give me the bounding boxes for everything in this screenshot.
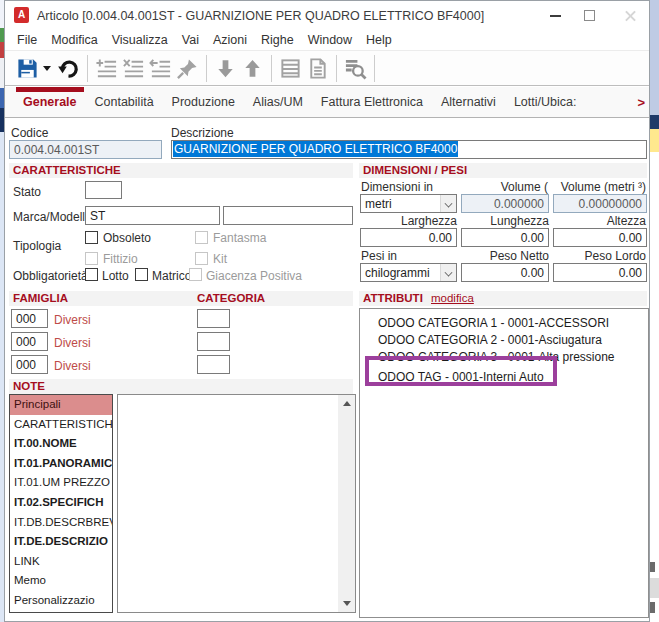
- tab-fattura-elettronica[interactable]: Fattura Elettronica: [312, 87, 432, 117]
- marca-modello-label: Marca/Modello: [13, 210, 92, 224]
- tab-generale[interactable]: Generale: [14, 87, 86, 117]
- descrizione-field[interactable]: GUARNIZIONE PER QUADRO ELETTRICO BF4000: [171, 140, 647, 159]
- note-item-it00nome[interactable]: IT.00.NOME: [10, 434, 112, 454]
- dimensioni-in-value: metri: [361, 197, 440, 211]
- famiglia-desc-1: Diversi: [54, 313, 91, 327]
- attributo-item-2[interactable]: ODOO CATEGORIA 2 - 0001-Asciugatura: [360, 332, 648, 349]
- tab-alternativi-label: Alternativi: [441, 95, 496, 109]
- altezza-label: Altezza: [552, 214, 646, 228]
- pesi-in-label: Pesi in: [361, 249, 397, 263]
- tab-generale-label: Generale: [23, 95, 77, 109]
- note-item-caratteristiche[interactable]: CARATTERISTICHE: [10, 415, 112, 435]
- attributi-list[interactable]: ODOO CATEGORIA 1 - 0001-ACCESSORI ODOO C…: [359, 308, 649, 618]
- famiglia-code-field-3[interactable]: [11, 355, 48, 374]
- menu-bar: File Modifica Visualizza Vai Azioni Righ…: [5, 30, 649, 50]
- menu-modifica[interactable]: Modifica: [51, 33, 98, 47]
- pin-icon: [176, 57, 199, 80]
- scroll-down-button[interactable]: [338, 595, 355, 612]
- tab-contabilita-label: Contabilità: [95, 95, 154, 109]
- title-bar[interactable]: A Articolo [0.004.04.001ST - GUARNIZIONE…: [5, 1, 649, 30]
- altezza-field[interactable]: [553, 228, 647, 247]
- tab-contabilita[interactable]: Contabilità: [86, 87, 163, 117]
- tab-lotti-ubicazioni[interactable]: Lotti/Ubica:: [505, 87, 586, 117]
- menu-help[interactable]: Help: [366, 33, 392, 47]
- kit-checkbox: [195, 252, 208, 265]
- note-item-principali[interactable]: Principali: [10, 395, 112, 415]
- dimensioni-in-label: Dimensioni in: [361, 180, 433, 194]
- list-icon: [279, 57, 302, 80]
- dimensioni-in-select[interactable]: metri: [360, 194, 457, 213]
- categoria-field-1[interactable]: [197, 309, 230, 328]
- tab-produzione-label: Produzione: [172, 95, 235, 109]
- move-down-icon: [214, 57, 237, 80]
- note-item-itdedescrizio[interactable]: IT.DE.DESCRIZIO: [10, 532, 112, 552]
- lotto-checkbox[interactable]: [85, 268, 98, 281]
- note-item-personalizzazio[interactable]: Personalizzazio: [10, 591, 112, 611]
- menu-vai[interactable]: Vai: [182, 33, 199, 47]
- save-dropdown-caret: [43, 66, 51, 71]
- attributi-header: ATTRIBUTI: [363, 292, 423, 304]
- peso-netto-field[interactable]: [461, 263, 549, 282]
- stato-field[interactable]: [85, 181, 122, 199]
- save-dropdown-button[interactable]: [41, 54, 55, 82]
- document-button: [304, 54, 331, 82]
- list-button: [277, 54, 304, 82]
- scroll-up-button[interactable]: [338, 395, 355, 412]
- famiglia-desc-2: Diversi: [54, 336, 91, 350]
- note-list[interactable]: Principali CARATTERISTICHE IT.00.NOME IT…: [9, 394, 113, 613]
- note-item-memo[interactable]: Memo: [10, 571, 112, 591]
- note-item-it01panoramic[interactable]: IT.01.PANORAMIC: [10, 454, 112, 474]
- modifica-link[interactable]: modifica: [431, 292, 474, 304]
- tab-alias-um[interactable]: Alias/UM: [244, 87, 312, 117]
- menu-window[interactable]: Window: [308, 33, 352, 47]
- search-list-icon: [344, 57, 367, 80]
- famiglia-code-field-2[interactable]: [11, 332, 48, 351]
- modello-field[interactable]: [223, 206, 353, 225]
- add-row-button: [93, 54, 120, 82]
- peso-lordo-label: Peso Lordo: [552, 249, 646, 263]
- menu-righe[interactable]: Righe: [261, 33, 294, 47]
- app-icon: A: [14, 7, 29, 23]
- peso-lordo-field[interactable]: [553, 263, 647, 282]
- codice-label: Codice: [11, 126, 48, 140]
- famiglia-code-field-1[interactable]: [11, 309, 48, 328]
- marca-field[interactable]: [85, 206, 220, 225]
- attributo-item-1[interactable]: ODOO CATEGORIA 1 - 0001-ACCESSORI: [360, 315, 648, 332]
- larghezza-label: Larghezza: [360, 214, 457, 228]
- menu-file[interactable]: File: [17, 33, 37, 47]
- articolo-window: A Articolo [0.004.04.001ST - GUARNIZIONE…: [4, 0, 650, 622]
- lunghezza-field[interactable]: [461, 228, 549, 247]
- matricola-checkbox[interactable]: [135, 268, 148, 281]
- categoria-field-3[interactable]: [197, 355, 230, 374]
- note-item-it01umprezzo[interactable]: IT.01.UM PREZZO: [10, 473, 112, 493]
- insert-row-button: [147, 54, 174, 82]
- note-scrollbar[interactable]: [338, 395, 355, 612]
- note-item-link[interactable]: LINK: [10, 552, 112, 572]
- obbligatorieta-label: Obbligatorietà: [13, 269, 88, 283]
- close-button[interactable]: [615, 1, 645, 30]
- toolbar-separator: [206, 55, 207, 82]
- note-textarea[interactable]: [117, 394, 356, 613]
- undo-button[interactable]: [55, 54, 82, 82]
- minimize-button[interactable]: [541, 1, 571, 30]
- maximize-button[interactable]: [575, 1, 605, 30]
- pesi-in-select[interactable]: chilogrammi: [360, 263, 457, 282]
- menu-azioni[interactable]: Azioni: [213, 33, 247, 47]
- tab-produzione[interactable]: Produzione: [163, 87, 244, 117]
- obsoleto-checkbox[interactable]: [85, 231, 98, 244]
- larghezza-field[interactable]: [360, 228, 457, 247]
- chevron-down-icon: [440, 195, 456, 212]
- codice-field[interactable]: [9, 140, 162, 159]
- categoria-field-2[interactable]: [197, 332, 230, 351]
- save-button[interactable]: [14, 54, 41, 82]
- tab-alternativi[interactable]: Alternativi: [432, 87, 505, 117]
- menu-visualizza[interactable]: Visualizza: [112, 33, 168, 47]
- attributo-item-4[interactable]: ODOO TAG - 0001-Interni Auto: [360, 369, 648, 386]
- move-up-button: [239, 54, 266, 82]
- attributo-item-3[interactable]: ODOO CATEGORIA 3 - 0001-Alta pressione: [360, 349, 648, 366]
- note-item-it02specifich[interactable]: IT.02.SPECIFICH: [10, 493, 112, 513]
- toolbar: [5, 50, 649, 86]
- note-item-itdbdescrbrev[interactable]: IT.DB.DESCRBREV: [10, 513, 112, 533]
- minimize-icon: [550, 15, 561, 17]
- tab-overflow-chevron[interactable]: >: [637, 87, 645, 117]
